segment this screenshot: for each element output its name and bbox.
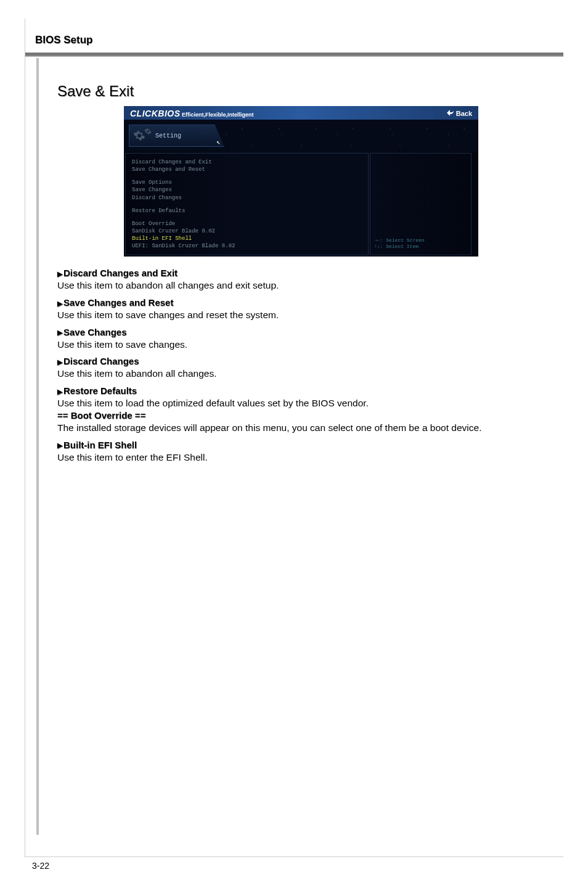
bios-item-save-reset[interactable]: Save Changes and Reset xyxy=(132,166,362,173)
item-title: == Boot Override == xyxy=(57,410,545,421)
item-title-text: Discard Changes and Exit xyxy=(63,268,178,278)
header-divider xyxy=(25,52,563,57)
item-built-in-efi-shell: ▶Built-in EFI Shell Use this item to ent… xyxy=(57,440,545,464)
item-title: ▶Restore Defaults xyxy=(57,385,545,396)
item-desc: Use this item to load the optimized defa… xyxy=(57,396,545,410)
bios-screenshot: CLICKBIOS Efficient,Flexible,Intelligent… xyxy=(124,106,478,257)
bios-back-label: Back xyxy=(456,110,472,117)
item-title: ▶Discard Changes xyxy=(57,356,545,366)
bios-item-discard-changes[interactable]: Discard Changes xyxy=(132,194,362,202)
bios-item-efi-shell[interactable]: Built-in EFI Shell xyxy=(132,235,362,242)
section-title: Save & Exit xyxy=(57,83,545,100)
cursor-icon: ↖ xyxy=(216,138,221,146)
gear-icon xyxy=(133,129,145,142)
item-desc: Use this item to enter the EFI Shell. xyxy=(57,451,545,464)
bios-starfield: Setting ↖ xyxy=(124,120,478,152)
triangle-icon: ▶ xyxy=(57,300,62,307)
bios-item-sandisk[interactable]: SanDisk Cruzer Blade 8.02 xyxy=(132,228,362,235)
item-title-text: Built-in EFI Shell xyxy=(63,440,137,450)
item-discard-changes-exit: ▶Discard Changes and Exit Use this item … xyxy=(57,268,545,292)
item-title-text: Save Changes xyxy=(63,327,127,337)
item-discard-changes: ▶Discard Changes Use this item to abando… xyxy=(57,356,545,380)
triangle-icon: ▶ xyxy=(57,270,62,277)
bios-back-button[interactable]: Back xyxy=(447,110,472,117)
bios-tagline: Efficient,Flexible,Intelligent xyxy=(182,112,254,118)
page-number: 3-22 xyxy=(32,861,49,871)
bios-blank xyxy=(132,173,362,179)
item-save-changes-reset: ▶Save Changes and Reset Use this item to… xyxy=(57,297,545,322)
item-title: ▶Save Changes and Reset xyxy=(57,297,545,308)
item-desc: Use this item to save changes and reset … xyxy=(57,308,545,322)
bios-blank xyxy=(132,215,362,220)
item-desc: Use this item to abandon all changes and… xyxy=(57,279,545,292)
item-desc: The installed storage devices will appea… xyxy=(57,421,545,435)
bios-item-save-options[interactable]: Save Options xyxy=(132,179,362,186)
bios-item-save-changes[interactable]: Save Changes xyxy=(132,186,362,194)
bios-logo: CLICKBIOS xyxy=(130,109,181,118)
bios-setting-label: Setting xyxy=(155,133,181,139)
bios-help-select-item: ↑↓: Select Item xyxy=(374,244,467,250)
bios-logo-wrap: CLICKBIOS Efficient,Flexible,Intelligent xyxy=(130,109,254,118)
bios-help-select-screen: →←: Select Screen xyxy=(374,237,467,244)
item-boot-override: == Boot Override == The installed storag… xyxy=(57,410,545,435)
item-title: ▶Save Changes xyxy=(57,327,545,337)
item-title: ▶Discard Changes and Exit xyxy=(57,268,545,278)
item-title-text: Save Changes and Reset xyxy=(63,297,173,308)
item-desc: Use this item to abandon all changes. xyxy=(57,367,545,380)
item-title-text: Discard Changes xyxy=(63,356,139,366)
triangle-icon: ▶ xyxy=(57,329,62,336)
gear-icon-small xyxy=(144,128,152,135)
bios-blank xyxy=(132,202,362,207)
page-header-title: BIOS Setup xyxy=(25,18,563,52)
bios-item-discard-exit[interactable]: Discard Changes and Exit xyxy=(132,158,362,166)
content-area: Save & Exit CLICKBIOS Efficient,Flexible… xyxy=(36,58,563,835)
triangle-icon: ▶ xyxy=(57,442,62,449)
bios-topbar: CLICKBIOS Efficient,Flexible,Intelligent… xyxy=(124,106,478,120)
page-frame: BIOS Setup Save & Exit CLICKBIOS Efficie… xyxy=(25,18,563,857)
triangle-icon: ▶ xyxy=(57,388,62,395)
back-arrow-icon xyxy=(447,110,454,117)
item-desc: Use this item to save changes. xyxy=(57,338,545,351)
item-save-changes: ▶Save Changes Use this item to save chan… xyxy=(57,327,545,351)
bios-item-boot-override: Boot Override xyxy=(132,220,362,228)
item-title-text: Restore Defaults xyxy=(63,385,137,396)
item-restore-defaults: ▶Restore Defaults Use this item to load … xyxy=(57,385,545,410)
bios-side-panel: →←: Select Screen ↑↓: Select Item xyxy=(370,153,472,255)
bios-body: Discard Changes and Exit Save Changes an… xyxy=(124,152,478,257)
item-title: ▶Built-in EFI Shell xyxy=(57,440,545,450)
bios-main-panel: Discard Changes and Exit Save Changes an… xyxy=(125,153,369,255)
bios-setting-tab[interactable]: Setting xyxy=(129,125,224,147)
triangle-icon: ▶ xyxy=(57,358,62,366)
bios-item-restore-defaults[interactable]: Restore Defaults xyxy=(132,207,362,215)
bios-item-uefi-sandisk[interactable]: UEFI: SanDisk Cruzer Blade 8.02 xyxy=(132,242,362,250)
